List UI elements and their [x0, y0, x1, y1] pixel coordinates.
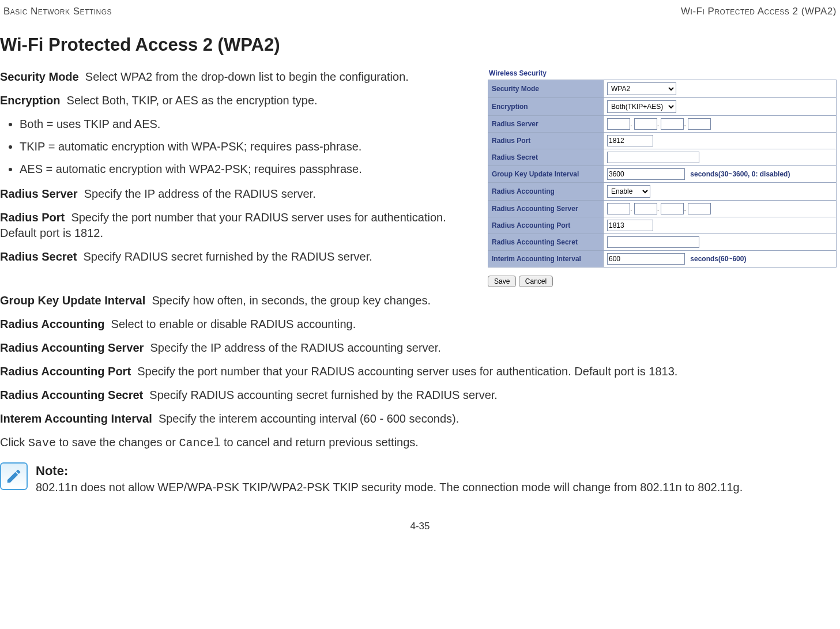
label-radius-acct-secret: Radius Accounting Secret [488, 234, 604, 251]
term-group-key: Group Key Update Interval [0, 294, 145, 307]
label-interim-interval: Interim Accounting Interval [488, 251, 604, 268]
row-encryption: Encryption Both(TKIP+AES) [488, 98, 837, 116]
text-radius-acct-port: Specify the port number that your RADIUS… [137, 365, 677, 378]
input-group-key-interval[interactable] [607, 168, 685, 180]
term-radius-acct-port: Radius Accounting Port [0, 365, 131, 378]
term-radius-accounting: Radius Accounting [0, 318, 104, 330]
unit-interim: seconds(60~600) [687, 255, 746, 263]
label-group-key-interval: Group Key Update Interval [488, 166, 604, 183]
dot-icon: . [684, 205, 685, 213]
text-group-key: Specify how often, in seconds, the group… [152, 294, 431, 307]
term-encryption: Encryption [0, 94, 60, 107]
label-radius-server: Radius Server [488, 116, 604, 133]
input-radius-acct-secret[interactable] [607, 236, 699, 248]
radius-acct-server-octet-1[interactable] [607, 203, 630, 214]
row-interim-interval: Interim Accounting Interval seconds(60~6… [488, 251, 837, 268]
row-radius-server: Radius Server . . . [488, 116, 837, 133]
def-radius-acct-secret: Radius Accounting Secret Specify RADIUS … [0, 387, 840, 403]
input-radius-secret[interactable] [607, 152, 699, 163]
label-radius-acct-port: Radius Accounting Port [488, 217, 604, 234]
text-security-mode: Select WPA2 from the drop-down list to b… [85, 70, 409, 83]
label-radius-accounting: Radius Accounting [488, 183, 604, 201]
note-pencil-icon [0, 462, 28, 490]
term-radius-acct-server: Radius Accounting Server [0, 341, 144, 354]
dot-icon: . [657, 120, 659, 128]
dot-icon: . [630, 205, 632, 213]
row-radius-acct-server: Radius Accounting Server . . . [488, 201, 837, 217]
row-security-mode: Security Mode WPA2 [488, 80, 837, 98]
dot-icon: . [657, 205, 659, 213]
row-radius-acct-port: Radius Accounting Port [488, 217, 837, 234]
label-radius-acct-server: Radius Accounting Server [488, 201, 604, 217]
def-radius-accounting: Radius Accounting Select to enable or di… [0, 317, 840, 332]
term-interim-interval: Interem Accounting Interval [0, 412, 152, 425]
def-radius-acct-server: Radius Accounting Server Specify the IP … [0, 340, 840, 356]
row-radius-port: Radius Port [488, 133, 837, 149]
radius-server-octet-4[interactable] [688, 118, 711, 130]
text-radius-port: Specify the port number that your RADIUS… [0, 211, 446, 239]
def-group-key: Group Key Update Interval Specify how of… [0, 293, 840, 308]
save-line-mid: to save the changes or [56, 436, 179, 449]
input-interim-interval[interactable] [607, 253, 685, 265]
row-radius-acct-secret: Radius Accounting Secret [488, 234, 837, 251]
note-block: Note: 802.11n does not allow WEP/WPA-PSK… [0, 462, 840, 495]
cancel-word: Cancel [179, 436, 220, 450]
dot-icon: . [684, 120, 685, 128]
input-radius-port[interactable] [607, 135, 653, 146]
label-radius-secret: Radius Secret [488, 149, 604, 166]
input-radius-acct-port[interactable] [607, 220, 653, 231]
select-security-mode[interactable]: WPA2 [607, 82, 676, 95]
text-encryption: Select Both, TKIP, or AES as the encrypt… [67, 94, 318, 107]
text-radius-acct-secret: Specify RADIUS accounting secret furnish… [149, 389, 498, 401]
text-radius-accounting: Select to enable or disable RADIUS accou… [111, 318, 356, 330]
settings-table: Security Mode WPA2 Encryption Both(TKIP+… [488, 80, 837, 268]
page-number: 4-35 [0, 518, 840, 534]
text-interim-interval: Specify the interem accounting interval … [159, 412, 459, 425]
select-encryption[interactable]: Both(TKIP+AES) [607, 100, 676, 113]
radius-server-octet-2[interactable] [634, 118, 657, 130]
cancel-button-panel[interactable]: Cancel [519, 276, 553, 287]
text-radius-secret: Specify RADIUS secret furnished by the R… [84, 250, 372, 263]
label-radius-port: Radius Port [488, 133, 604, 149]
text-radius-acct-server: Specify the IP address of the RADIUS acc… [150, 341, 440, 354]
note-title: Note: [36, 462, 743, 480]
wireless-security-panel: Wireless Security Security Mode WPA2 Enc… [488, 69, 837, 287]
label-security-mode: Security Mode [488, 80, 604, 98]
note-body: 802.11n does not allow WEP/WPA-PSK TKIP/… [36, 480, 743, 495]
row-radius-secret: Radius Secret [488, 149, 837, 166]
row-group-key-interval: Group Key Update Interval seconds(30~360… [488, 166, 837, 183]
row-radius-accounting: Radius Accounting Enable [488, 183, 837, 201]
save-line-pre: Click [0, 436, 28, 449]
save-line-post: to cancel and return previous settings. [220, 436, 419, 449]
save-word: Save [28, 436, 56, 450]
header-left: Basic Network Settings [3, 6, 112, 17]
radius-acct-server-octet-4[interactable] [688, 203, 711, 214]
text-radius-server: Specify the IP address of the RADIUS ser… [84, 187, 316, 200]
term-security-mode: Security Mode [0, 70, 79, 83]
header-right: Wi-Fi Protected Access 2 (WPA2) [681, 6, 837, 17]
select-radius-accounting[interactable]: Enable [607, 185, 650, 198]
term-radius-acct-secret: Radius Accounting Secret [0, 389, 143, 401]
radius-acct-server-octet-2[interactable] [634, 203, 657, 214]
panel-title: Wireless Security [488, 69, 837, 80]
radius-server-octet-1[interactable] [607, 118, 630, 130]
term-radius-server: Radius Server [0, 187, 78, 200]
def-interim-interval: Interem Accounting Interval Specify the … [0, 411, 840, 427]
term-radius-secret: Radius Secret [0, 250, 77, 263]
dot-icon: . [630, 120, 632, 128]
radius-server-octet-3[interactable] [661, 118, 684, 130]
save-button-panel[interactable]: Save [488, 276, 516, 287]
unit-group-key: seconds(30~3600, 0: disabled) [687, 170, 790, 178]
def-radius-acct-port: Radius Accounting Port Specify the port … [0, 364, 840, 379]
radius-acct-server-octet-3[interactable] [661, 203, 684, 214]
save-cancel-line: Click Save to save the changes or Cancel… [0, 435, 840, 451]
label-encryption: Encryption [488, 98, 604, 116]
term-radius-port: Radius Port [0, 211, 65, 224]
page-title: Wi-Fi Protected Access 2 (WPA2) [0, 35, 840, 55]
